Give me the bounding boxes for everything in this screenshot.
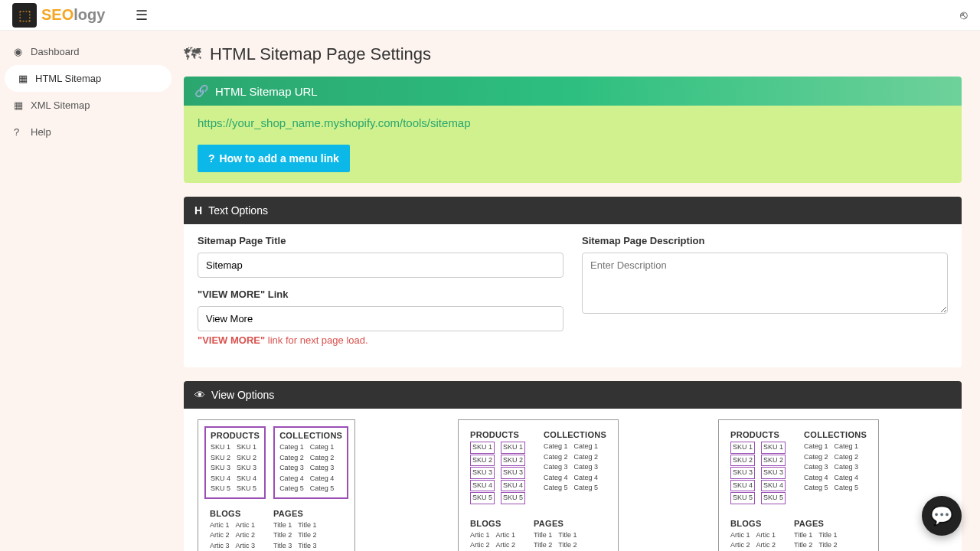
page-title: HTML Sitemap Page Settings — [210, 44, 431, 64]
brand-seo: SEO — [41, 6, 74, 23]
global-columns-diagram: PRODUCTS SKU 1SKU 2SKU 3SKU 4SKU 5 SKU 1… — [198, 419, 355, 551]
desc-textarea[interactable] — [582, 253, 948, 314]
sidebar-item-label: HTML Sitemap — [35, 73, 101, 84]
sidebar-item-xml-sitemap[interactable]: ▦ XML Sitemap — [0, 92, 176, 119]
url-panel: 🔗 HTML Sitemap URL https://your_shop_nam… — [184, 77, 962, 183]
help-icon: ? — [14, 126, 24, 138]
map-icon: ▦ — [14, 99, 24, 111]
sidebar-item-label: XML Sitemap — [31, 99, 90, 111]
view-more-label: "VIEW MORE" Link — [198, 289, 564, 300]
text-options-panel: H Text Options Sitemap Page Title "VIEW … — [184, 197, 962, 367]
sidebar-item-dashboard[interactable]: ◉ Dashboard — [0, 38, 176, 65]
heading-icon: H — [194, 204, 202, 217]
page-title-input[interactable] — [198, 253, 564, 278]
view-more-help: "VIEW MORE" link for next page load. — [198, 334, 564, 346]
panel-title: Text Options — [208, 204, 268, 217]
how-to-add-menu-button[interactable]: ? How to add a menu link — [198, 145, 350, 172]
sitemap-url-link[interactable]: https://your_shop_name.myshopify.com/too… — [198, 116, 948, 129]
sidebar-item-label: Dashboard — [31, 46, 80, 57]
brand-logy: logy — [74, 6, 105, 23]
button-label: How to add a menu link — [220, 152, 339, 165]
page-title-label: Sitemap Page Title — [198, 235, 564, 246]
items-quantity-diagram: PRODUCTS SKU 1SKU 2SKU 3SKU 4SKU 5 SKU 1… — [718, 419, 879, 551]
question-icon: ? — [208, 152, 215, 165]
sidebar-item-label: Help — [31, 126, 51, 138]
dashboard-icon: ◉ — [14, 46, 24, 57]
sidebar: ◉ Dashboard ▦ HTML Sitemap ▦ XML Sitemap… — [0, 31, 176, 551]
panel-title: View Options — [211, 389, 274, 401]
panel-title: HTML Sitemap URL — [215, 85, 318, 98]
view-options-panel: 👁 View Options PRODUCTS SKU 1SKU 2SKU 3S… — [184, 381, 962, 551]
desc-label: Sitemap Page Description — [582, 235, 948, 246]
chat-icon: 💬 — [930, 505, 953, 527]
eye-icon: 👁 — [194, 389, 205, 401]
menu-toggle-icon[interactable]: ☰ — [136, 7, 148, 24]
sidebar-item-html-sitemap[interactable]: ▦ HTML Sitemap — [5, 65, 172, 92]
view-more-input[interactable] — [198, 306, 564, 331]
sidebar-item-help[interactable]: ? Help — [0, 119, 176, 145]
inner-columns-diagram: PRODUCTS SKU 1SKU 2SKU 3SKU 4SKU 5 SKU 1… — [458, 419, 619, 551]
app-logo: ⬚ SEOlogy — [12, 3, 105, 28]
map-icon: ▦ — [18, 73, 29, 84]
map-icon: 🗺 — [184, 44, 201, 64]
link-icon: 🔗 — [194, 84, 209, 98]
logo-icon: ⬚ — [12, 3, 37, 28]
chat-widget-button[interactable]: 💬 — [922, 496, 962, 536]
logout-icon[interactable]: ⎋ — [960, 8, 968, 22]
